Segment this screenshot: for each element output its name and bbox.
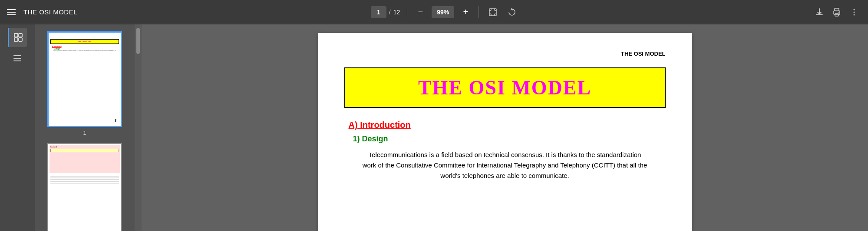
page-separator: / — [389, 9, 391, 16]
section-1-heading: 1) Design — [353, 134, 666, 144]
thumbnail-1-container: THE OSI MODEL THE OSI MODEL A) Introduct… — [47, 31, 122, 136]
svg-rect-14 — [13, 60, 21, 61]
thumbnail-1[interactable]: THE OSI MODEL THE OSI MODEL A) Introduct… — [47, 31, 122, 127]
svg-rect-8 — [14, 33, 18, 37]
svg-point-4 — [838, 12, 839, 13]
document-title: THE OSI MODEL — [23, 8, 77, 16]
upload-icon: ⬆ — [114, 118, 117, 123]
page-total: 12 — [393, 9, 400, 16]
title-text: THE OSI MODEL — [418, 77, 591, 99]
toolbar-center: / 12 − + — [77, 5, 812, 19]
outline-icon — [12, 53, 23, 64]
zoom-in-button[interactable]: + — [459, 6, 472, 18]
download-icon — [815, 7, 824, 17]
fit-page-icon — [488, 7, 498, 17]
more-options-icon — [849, 7, 859, 17]
svg-rect-1 — [835, 8, 839, 11]
toolbar-left: THE OSI MODEL — [7, 8, 77, 16]
svg-point-7 — [854, 14, 855, 15]
divider-2 — [479, 6, 479, 18]
divider-1 — [407, 6, 407, 18]
download-button[interactable] — [812, 5, 826, 19]
svg-rect-9 — [19, 33, 22, 37]
thumbnail-2[interactable]: Section 2 — [47, 143, 122, 231]
print-button[interactable] — [830, 5, 844, 19]
sidebar-outline-button[interactable] — [8, 49, 27, 68]
svg-rect-13 — [13, 58, 21, 59]
scrollbar[interactable] — [135, 24, 142, 231]
scrollbar-thumb[interactable] — [136, 28, 140, 54]
svg-point-5 — [854, 9, 855, 10]
rotate-icon — [507, 7, 517, 17]
svg-rect-11 — [19, 38, 22, 41]
toolbar: THE OSI MODEL / 12 − + — [0, 0, 868, 24]
svg-rect-10 — [14, 38, 18, 41]
hamburger-menu-button[interactable] — [7, 9, 16, 15]
main-content: THE OSI MODEL THE OSI MODEL A) Introduct… — [0, 24, 868, 231]
zoom-out-button[interactable]: − — [414, 6, 426, 18]
svg-rect-3 — [835, 13, 838, 16]
thumbnail-2-container: Section 2 2 — [47, 143, 122, 231]
more-options-button[interactable] — [847, 5, 861, 19]
fit-page-button[interactable] — [486, 5, 500, 19]
svg-rect-12 — [13, 55, 21, 56]
svg-point-6 — [854, 11, 855, 13]
thumbnails-panel: THE OSI MODEL THE OSI MODEL A) Introduct… — [35, 24, 135, 231]
rotate-button[interactable] — [505, 5, 519, 19]
print-icon — [832, 7, 842, 17]
page-navigation: / 12 — [371, 6, 400, 18]
svg-rect-0 — [489, 9, 496, 16]
document-header: THE OSI MODEL — [344, 50, 666, 57]
intro-paragraph: Telecommunications is a field based on t… — [344, 150, 666, 181]
title-bar: THE OSI MODEL — [344, 67, 666, 108]
toolbar-right — [812, 5, 861, 19]
document-area[interactable]: THE OSI MODEL THE OSI MODEL A) Introduct… — [142, 24, 868, 231]
sidebar-thumbnails-button[interactable] — [8, 28, 27, 47]
zoom-input[interactable] — [432, 6, 454, 18]
page-number-input[interactable] — [371, 6, 386, 18]
document-page: THE OSI MODEL THE OSI MODEL A) Introduct… — [318, 33, 692, 231]
section-a-heading: A) Introduction — [349, 120, 666, 130]
thumbnail-1-label: 1 — [83, 130, 86, 136]
thumbnails-icon — [13, 32, 23, 43]
sidebar — [0, 24, 35, 231]
